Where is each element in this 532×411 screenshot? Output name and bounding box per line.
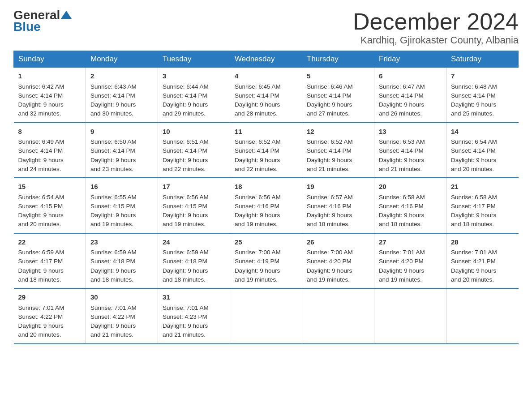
calendar-cell: 26Sunrise: 7:00 AM Sunset: 4:20 PM Dayli… [302,233,374,289]
day-info: Sunrise: 7:01 AM Sunset: 4:22 PM Dayligh… [90,304,137,338]
day-info: Sunrise: 6:43 AM Sunset: 4:14 PM Dayligh… [90,83,137,117]
calendar-cell: 7Sunrise: 6:48 AM Sunset: 4:14 PM Daylig… [446,68,519,123]
svg-marker-0 [61,11,72,19]
day-number: 12 [307,127,369,137]
calendar-cell: 21Sunrise: 6:58 AM Sunset: 4:17 PM Dayli… [446,178,519,233]
day-info: Sunrise: 6:54 AM Sunset: 4:14 PM Dayligh… [451,138,497,172]
calendar-cell: 20Sunrise: 6:58 AM Sunset: 4:16 PM Dayli… [374,178,446,233]
day-info: Sunrise: 6:58 AM Sunset: 4:17 PM Dayligh… [451,194,497,228]
calendar-cell: 9Sunrise: 6:50 AM Sunset: 4:14 PM Daylig… [86,123,158,178]
calendar-week-1: 1Sunrise: 6:42 AM Sunset: 4:14 PM Daylig… [14,68,519,123]
day-info: Sunrise: 6:55 AM Sunset: 4:15 PM Dayligh… [90,194,137,228]
calendar-cell: 18Sunrise: 6:56 AM Sunset: 4:16 PM Dayli… [230,178,302,233]
calendar-header-row: SundayMondayTuesdayWednesdayThursdayFrid… [14,51,519,68]
day-info: Sunrise: 6:59 AM Sunset: 4:18 PM Dayligh… [90,249,137,283]
header-wednesday: Wednesday [230,51,302,68]
day-number: 4 [235,71,297,81]
day-info: Sunrise: 7:00 AM Sunset: 4:20 PM Dayligh… [307,249,353,283]
day-info: Sunrise: 6:58 AM Sunset: 4:16 PM Dayligh… [379,194,425,228]
day-number: 25 [235,237,297,248]
calendar-cell [446,288,519,344]
day-number: 6 [379,71,442,81]
calendar-week-4: 22Sunrise: 6:59 AM Sunset: 4:17 PM Dayli… [14,233,519,289]
calendar-cell: 24Sunrise: 6:59 AM Sunset: 4:18 PM Dayli… [158,233,230,289]
day-info: Sunrise: 6:49 AM Sunset: 4:14 PM Dayligh… [18,138,64,172]
calendar-cell: 25Sunrise: 7:00 AM Sunset: 4:19 PM Dayli… [230,233,302,289]
page-header: General Blue December 2024 Kardhiq, Gjir… [13,9,519,46]
calendar-cell [230,288,302,344]
day-number: 7 [451,71,514,81]
day-info: Sunrise: 6:44 AM Sunset: 4:14 PM Dayligh… [163,83,209,117]
calendar-week-3: 15Sunrise: 6:54 AM Sunset: 4:15 PM Dayli… [14,178,519,233]
day-info: Sunrise: 7:01 AM Sunset: 4:20 PM Dayligh… [379,249,425,283]
day-number: 3 [163,71,225,81]
day-number: 30 [90,292,153,303]
day-info: Sunrise: 6:56 AM Sunset: 4:16 PM Dayligh… [235,194,281,228]
calendar-cell: 27Sunrise: 7:01 AM Sunset: 4:20 PM Dayli… [374,233,446,289]
day-number: 9 [90,127,153,137]
calendar-cell: 12Sunrise: 6:52 AM Sunset: 4:14 PM Dayli… [302,123,374,178]
calendar-cell: 2Sunrise: 6:43 AM Sunset: 4:14 PM Daylig… [86,68,158,123]
day-info: Sunrise: 6:51 AM Sunset: 4:14 PM Dayligh… [163,138,209,172]
day-number: 13 [379,127,442,137]
day-info: Sunrise: 6:56 AM Sunset: 4:15 PM Dayligh… [163,194,209,228]
day-number: 1 [18,71,82,81]
logo-arrow-icon [60,9,73,21]
calendar-week-5: 29Sunrise: 7:01 AM Sunset: 4:22 PM Dayli… [14,288,519,344]
calendar-table: SundayMondayTuesdayWednesdayThursdayFrid… [13,51,519,344]
calendar-cell: 30Sunrise: 7:01 AM Sunset: 4:22 PM Dayli… [86,288,158,344]
calendar-cell: 6Sunrise: 6:47 AM Sunset: 4:14 PM Daylig… [374,68,446,123]
day-number: 16 [90,182,153,192]
day-info: Sunrise: 6:42 AM Sunset: 4:14 PM Dayligh… [18,83,64,117]
day-info: Sunrise: 7:00 AM Sunset: 4:19 PM Dayligh… [235,249,281,283]
day-info: Sunrise: 6:59 AM Sunset: 4:18 PM Dayligh… [163,249,209,283]
calendar-cell: 4Sunrise: 6:45 AM Sunset: 4:14 PM Daylig… [230,68,302,123]
day-number: 22 [18,237,82,248]
calendar-week-2: 8Sunrise: 6:49 AM Sunset: 4:14 PM Daylig… [14,123,519,178]
location-title: Kardhiq, Gjirokaster County, Albania [353,34,519,46]
day-number: 27 [379,237,442,248]
calendar-cell: 5Sunrise: 6:46 AM Sunset: 4:14 PM Daylig… [302,68,374,123]
calendar-cell: 14Sunrise: 6:54 AM Sunset: 4:14 PM Dayli… [446,123,519,178]
day-info: Sunrise: 6:46 AM Sunset: 4:14 PM Dayligh… [307,83,353,117]
calendar-cell: 22Sunrise: 6:59 AM Sunset: 4:17 PM Dayli… [14,233,86,289]
calendar-cell [374,288,446,344]
header-friday: Friday [374,51,446,68]
calendar-cell: 1Sunrise: 6:42 AM Sunset: 4:14 PM Daylig… [14,68,86,123]
calendar-cell: 3Sunrise: 6:44 AM Sunset: 4:14 PM Daylig… [158,68,230,123]
calendar-cell: 15Sunrise: 6:54 AM Sunset: 4:15 PM Dayli… [14,178,86,233]
month-title: December 2024 [353,9,519,34]
day-info: Sunrise: 6:52 AM Sunset: 4:14 PM Dayligh… [235,138,281,172]
day-info: Sunrise: 6:57 AM Sunset: 4:16 PM Dayligh… [307,194,353,228]
header-saturday: Saturday [446,51,519,68]
calendar-cell: 31Sunrise: 7:01 AM Sunset: 4:23 PM Dayli… [158,288,230,344]
day-number: 17 [163,182,225,192]
day-number: 18 [235,182,297,192]
day-info: Sunrise: 6:53 AM Sunset: 4:14 PM Dayligh… [379,138,425,172]
header-thursday: Thursday [302,51,374,68]
day-number: 8 [18,127,82,137]
day-info: Sunrise: 6:47 AM Sunset: 4:14 PM Dayligh… [379,83,425,117]
day-number: 23 [90,237,153,248]
calendar-cell: 29Sunrise: 7:01 AM Sunset: 4:22 PM Dayli… [14,288,86,344]
day-number: 14 [451,127,514,137]
calendar-cell: 11Sunrise: 6:52 AM Sunset: 4:14 PM Dayli… [230,123,302,178]
calendar-cell [302,288,374,344]
header-monday: Monday [86,51,158,68]
day-number: 28 [451,237,514,248]
day-number: 20 [379,182,442,192]
header-tuesday: Tuesday [158,51,230,68]
calendar-cell: 17Sunrise: 6:56 AM Sunset: 4:15 PM Dayli… [158,178,230,233]
day-number: 5 [307,71,369,81]
day-info: Sunrise: 6:48 AM Sunset: 4:14 PM Dayligh… [451,83,497,117]
day-info: Sunrise: 6:50 AM Sunset: 4:14 PM Dayligh… [90,138,137,172]
header-sunday: Sunday [14,51,86,68]
calendar-cell: 13Sunrise: 6:53 AM Sunset: 4:14 PM Dayli… [374,123,446,178]
day-info: Sunrise: 6:45 AM Sunset: 4:14 PM Dayligh… [235,83,281,117]
day-number: 31 [163,292,225,303]
day-number: 29 [18,292,82,303]
day-number: 10 [163,127,225,137]
day-info: Sunrise: 7:01 AM Sunset: 4:21 PM Dayligh… [451,249,497,283]
day-info: Sunrise: 7:01 AM Sunset: 4:22 PM Dayligh… [18,304,64,338]
calendar-cell: 19Sunrise: 6:57 AM Sunset: 4:16 PM Dayli… [302,178,374,233]
